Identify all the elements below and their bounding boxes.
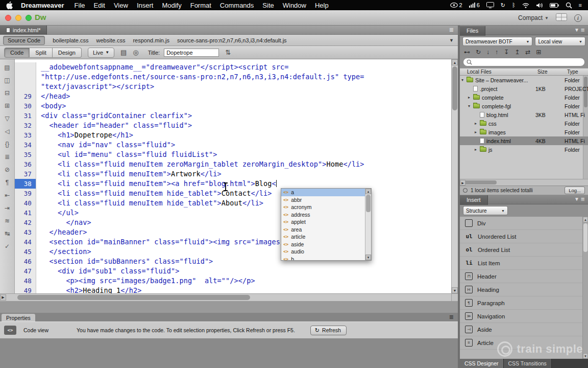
insert-category-dropdown[interactable]: Structure▼ [463,206,508,215]
page-title-input[interactable] [164,49,219,57]
sync-icon[interactable]: ↻ [501,2,505,9]
check-in-icon[interactable]: ↥ [514,49,520,56]
check-out-icon[interactable]: ↧ [504,49,509,56]
insert-item-ol[interactable]: olOrdered List [460,243,588,257]
apply-comment-icon[interactable]: ¶ [6,179,9,186]
file-row[interactable]: index.html4KBHTML Fi [460,136,588,145]
highlight-invalid-code-icon[interactable]: ⊘ [5,167,10,173]
scroll-down-icon[interactable]: ▼ [452,287,458,293]
files-panel-menu-icon[interactable]: ▼ ≣ [574,27,585,33]
site-dropdown[interactable]: Dreamweaver BOTF▼ [462,37,532,46]
tab-insert[interactable]: Insert [460,195,488,205]
notification-list-icon[interactable]: ≡ [579,2,582,8]
open-documents-icon[interactable]: ▤ [4,64,10,71]
properties-menu-icon[interactable]: ≣ [449,314,454,320]
code-line[interactable]: 30<body> [15,101,451,111]
battery-icon[interactable] [550,3,559,8]
column-local-files[interactable]: Local Files [467,68,492,76]
minimize-button[interactable] [15,15,21,21]
scroll-right-icon[interactable]: ▶ [460,180,465,186]
scroll-right-icon[interactable]: ▶ [0,294,6,301]
zoom-button[interactable] [26,15,32,21]
related-files-filter-icon[interactable]: ▼ [449,38,454,43]
file-management-icon[interactable]: ⇅ [225,49,231,56]
disclosure-down-icon[interactable]: ▾ [468,104,473,108]
menu-item-commands[interactable]: Commands [220,2,254,9]
live-view-button[interactable]: Live▼ [88,48,114,58]
insert-item-div[interactable]: Div [460,217,588,230]
code-line[interactable]: 33 <h1>Dopetrope</h1> [15,130,451,140]
hint-item[interactable]: <>a [281,189,365,196]
insert-item-navigation[interactable]: ≫Navigation [460,310,588,323]
code-line[interactable]: 44 <section id="mainBanner" class="fluid… [15,237,451,247]
vertical-scrollbar[interactable]: ▲ ▼ [451,59,458,293]
workspace-compact-dropdown[interactable]: Compact▼ [518,14,549,21]
hint-item[interactable]: <>aside [281,241,365,248]
collapse-full-tag-icon[interactable]: ⊟ [5,90,10,96]
insert-panel-menu-icon[interactable]: ▼ ≣ [574,196,585,202]
code-line[interactable]: 31<div class="gridContainer clearfix"> [15,111,451,121]
put-files-icon[interactable]: ↑ [495,49,498,56]
files-search-input[interactable] [463,58,585,66]
volume-icon[interactable] [536,3,543,8]
vertical-scroll-thumb[interactable] [452,66,457,110]
code-line[interactable]: 34 <nav id="nav" class="fluid"> [15,140,451,150]
design-view-button[interactable]: Design [53,48,82,58]
disclosure-right-icon[interactable]: ▸ [475,121,480,126]
hint-item[interactable]: <>acronym [281,203,365,211]
code-line[interactable]: 36 <li class="fluid menuItem zeroMargin_… [15,159,451,169]
code-line[interactable]: 45 </section> [15,247,451,257]
wifi-icon[interactable] [522,3,529,8]
code-line[interactable]: 43 </header> [15,227,451,237]
code-view-button[interactable]: Code [4,48,30,58]
insert-item-header[interactable]: ⊓Header [460,270,588,283]
tab-css-designer[interactable]: CSS Designer [460,359,504,368]
hint-item[interactable]: <>article [281,233,365,241]
related-file[interactable]: source-sans-pro:n2,n7,n6,n3,i3,n4:defaul… [177,37,287,43]
connect-icon[interactable]: ⊷ [464,49,470,56]
split-view-button[interactable]: Split [30,48,52,58]
file-row[interactable]: .project1KBPROJECT [460,84,588,93]
wrap-tag-icon[interactable]: ≋ [5,218,10,224]
tab-index-html[interactable]: index.html* [0,26,47,35]
code-line[interactable]: "text/javascript"></script> [15,82,451,91]
app-menu-title[interactable]: Dreamweaver [21,2,64,9]
log-button[interactable]: Log... [565,187,585,194]
scroll-up-icon[interactable]: ▲ [583,217,588,222]
menu-item-site[interactable]: Site [262,2,274,9]
show-code-navigator-icon[interactable]: ◫ [4,77,10,83]
info-icon[interactable]: i [574,14,582,22]
menu-item-edit[interactable]: Edit [94,2,105,9]
hint-item[interactable]: <>applet [281,218,365,226]
code-line[interactable]: __adobewebfontsappname__="dreamweaver"</… [15,62,451,72]
synchronize-icon[interactable]: ⇄ [525,49,530,56]
refresh-button[interactable]: ↻Refresh [310,326,347,335]
menu-item-format[interactable]: Format [190,2,211,9]
hint-item[interactable]: <>abbr [281,196,365,204]
balance-braces-icon[interactable]: {} [5,141,9,147]
code-line[interactable]: 39 <li class="fluid menuItem hide_tablet… [15,189,451,198]
scroll-down-icon[interactable]: ▼ [583,353,588,359]
file-row[interactable]: ▸imagesFolder [460,128,588,136]
files-horizontal-scrollbar[interactable]: ◀ ▶ [460,179,588,186]
apple-menu-icon[interactable] [6,2,13,9]
code-line[interactable]: 48 <p><img src="images/badge1.png" alt="… [15,276,451,286]
code-line[interactable]: 47 <div id="sub1" class="fluid"> [15,266,451,276]
code-line[interactable]: 35 <ul id="menu" class="fluid fluidList"… [15,150,451,159]
disclosure-down-icon[interactable]: ▾ [461,78,467,82]
hint-item[interactable]: <>area [281,226,365,234]
code-lines[interactable]: __adobewebfontsappname__="dreamweaver"</… [15,59,451,293]
tab-files[interactable]: Files [460,26,485,36]
related-file[interactable]: website.css [96,37,126,43]
expand-icon[interactable]: ⊞ [536,49,541,56]
code-line[interactable]: 29</head> [15,91,451,101]
eye-icon[interactable]: 2 [450,2,462,8]
code-line[interactable]: 40 <li class="fluid menuItem hide_tablet… [15,198,451,208]
insert-item-paragraph[interactable]: ¶Paragraph [460,296,588,310]
code-line[interactable]: 49 <h2>Heading 1</h2> [15,286,451,293]
hint-item[interactable]: <>address [281,211,365,219]
horizontal-scroll-thumb[interactable] [17,295,250,300]
scroll-up-icon[interactable]: ▲ [452,59,458,65]
insert-item-aside[interactable]: ⊣Aside [460,323,588,336]
insert-item-heading[interactable]: HHeading [460,283,588,296]
